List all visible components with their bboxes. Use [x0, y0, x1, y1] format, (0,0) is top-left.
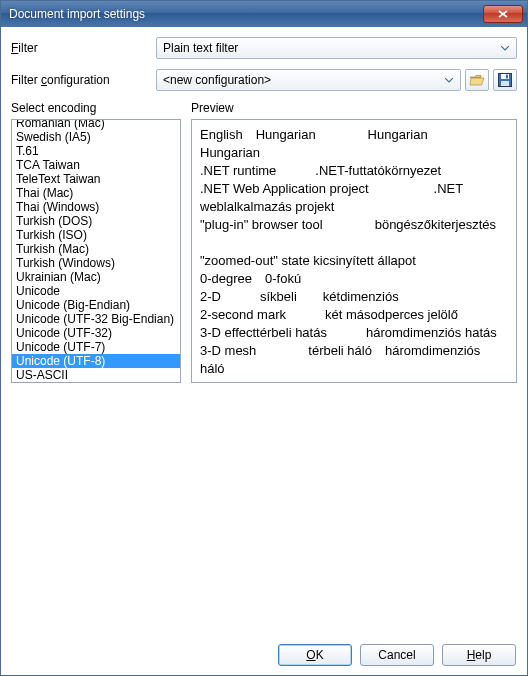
encoding-item[interactable]: T.61: [12, 144, 180, 158]
encoding-item[interactable]: Unicode (Big-Endian): [12, 298, 180, 312]
filter-dropdown[interactable]: Plain text filter: [156, 37, 517, 59]
encoding-item[interactable]: US-ASCII: [12, 368, 180, 382]
open-config-button[interactable]: [465, 69, 489, 91]
close-button[interactable]: [483, 5, 523, 23]
filter-dropdown-value: Plain text filter: [163, 41, 498, 55]
titlebar: Document import settings: [1, 1, 527, 27]
encoding-item[interactable]: Unicode (UTF-7): [12, 340, 180, 354]
window-title: Document import settings: [9, 7, 483, 21]
encoding-item[interactable]: Unicode: [12, 284, 180, 298]
encoding-item[interactable]: TCA Taiwan: [12, 158, 180, 172]
dialog-footer: OK Cancel Help: [278, 644, 516, 666]
chevron-down-icon: [498, 41, 512, 55]
cancel-button[interactable]: Cancel: [360, 644, 434, 666]
encoding-item[interactable]: Turkish (ISO): [12, 228, 180, 242]
encoding-listbox[interactable]: OEM United StatesPortuguese (DOS)Romania…: [11, 119, 181, 383]
encoding-item[interactable]: Turkish (DOS): [12, 214, 180, 228]
chevron-down-icon: [442, 73, 456, 87]
ok-button[interactable]: OK: [278, 644, 352, 666]
encoding-item[interactable]: Unicode (UTF-32): [12, 326, 180, 340]
encoding-item[interactable]: Ukrainian (Mac): [12, 270, 180, 284]
encoding-item[interactable]: Thai (Mac): [12, 186, 180, 200]
encoding-item[interactable]: Turkish (Mac): [12, 242, 180, 256]
encoding-item[interactable]: Swedish (IA5): [12, 130, 180, 144]
encoding-item[interactable]: Romanian (Mac): [12, 119, 180, 130]
select-encoding-label: Select encoding: [11, 101, 181, 115]
encoding-item[interactable]: Thai (Windows): [12, 200, 180, 214]
encoding-item[interactable]: Unicode (UTF-32 Big-Endian): [12, 312, 180, 326]
filter-config-dropdown-value: <new configuration>: [163, 73, 442, 87]
filter-config-label: Filter configuration: [11, 73, 156, 87]
encoding-item[interactable]: Unicode (UTF-8): [12, 354, 180, 368]
save-config-button[interactable]: [493, 69, 517, 91]
svg-rect-3: [501, 81, 509, 86]
filter-label: Filter: [11, 41, 156, 55]
encoding-item[interactable]: TeleText Taiwan: [12, 172, 180, 186]
preview-pane: English Hungarian HungarianHungarian.NET…: [191, 119, 517, 383]
filter-config-dropdown[interactable]: <new configuration>: [156, 69, 461, 91]
floppy-disk-icon: [498, 73, 512, 87]
preview-label: Preview: [191, 101, 517, 115]
folder-open-icon: [469, 73, 485, 87]
svg-rect-2: [506, 75, 508, 79]
help-button[interactable]: Help: [442, 644, 516, 666]
encoding-item[interactable]: Turkish (Windows): [12, 256, 180, 270]
